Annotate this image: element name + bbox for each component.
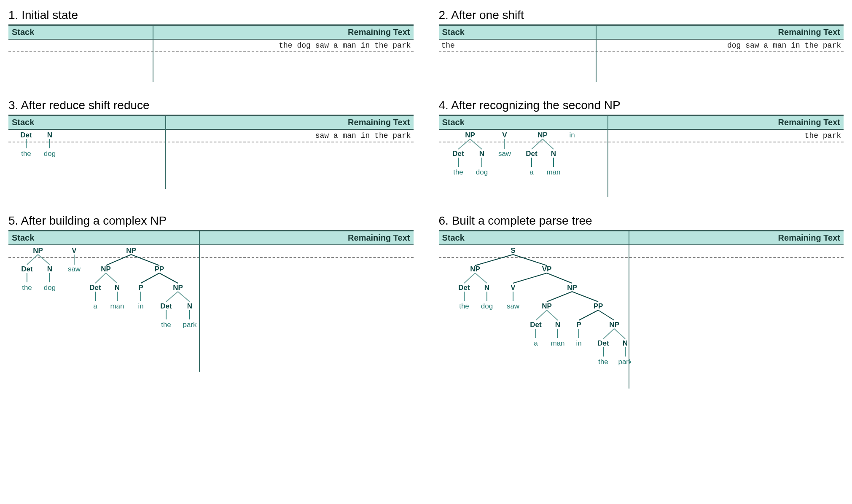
svg-text:V: V — [72, 247, 77, 255]
svg-text:NP: NP — [538, 131, 548, 139]
svg-line-60 — [178, 292, 190, 302]
svg-line-71 — [464, 273, 475, 283]
svg-line-20 — [543, 139, 554, 149]
state-table: StackRemaining TextNPDetNthedogVsawNPNPD… — [8, 230, 414, 372]
svg-line-104 — [603, 329, 614, 339]
svg-text:man: man — [110, 302, 124, 310]
header-stack: Stack — [439, 26, 596, 39]
svg-text:a: a — [93, 302, 97, 310]
panel-1: 1. Initial stateStackRemaining Textthe d… — [8, 8, 414, 82]
svg-text:Det: Det — [458, 284, 470, 292]
state-table: StackRemaining Textthe parkNPDetNthedogV… — [439, 115, 844, 197]
svg-text:NP: NP — [470, 265, 480, 273]
panel-title: 1. Initial state — [8, 8, 414, 22]
svg-text:NP: NP — [567, 284, 577, 292]
panel-2: 2. After one shiftStackRemaining Textdog… — [439, 8, 844, 82]
svg-line-7 — [458, 139, 470, 149]
svg-text:N: N — [551, 150, 556, 158]
remaining-text: the dog saw a man in the park — [279, 41, 411, 50]
remaining-text: dog saw a man in the park — [727, 41, 841, 50]
svg-text:in: in — [138, 302, 143, 310]
column-divider — [596, 26, 597, 82]
svg-text:N: N — [484, 284, 489, 292]
column-divider — [629, 231, 629, 389]
svg-line-59 — [166, 292, 178, 302]
state-table: StackRemaining TextSNPDetNthedogVPVsawNP… — [439, 230, 844, 389]
svg-line-86 — [547, 292, 572, 302]
svg-line-99 — [598, 310, 614, 320]
svg-text:park: park — [183, 321, 197, 329]
panel-title: 6. Built a complete parse tree — [439, 214, 844, 228]
svg-line-42 — [131, 255, 159, 265]
svg-text:dog: dog — [481, 302, 492, 310]
svg-text:dog: dog — [44, 284, 56, 292]
header-remaining: Remaining Text — [153, 26, 414, 39]
svg-text:saw: saw — [506, 302, 519, 310]
svg-line-69 — [513, 255, 547, 265]
parse-tree: NPDetNthedogVsawNPDetNamanin — [439, 130, 844, 193]
svg-line-89 — [536, 310, 547, 320]
stack-text: the — [441, 41, 455, 50]
header-remaining: Remaining Text — [607, 116, 844, 129]
svg-text:N: N — [555, 321, 560, 329]
svg-line-105 — [614, 329, 625, 339]
header-remaining: Remaining Text — [629, 231, 844, 244]
svg-text:dog: dog — [44, 150, 56, 158]
parse-tree: SNPDetNthedogVPVsawNPNPDetNamanPPPinNPDe… — [439, 245, 844, 384]
svg-text:in: in — [576, 339, 581, 347]
svg-line-87 — [572, 292, 598, 302]
header-stack: Stack — [8, 26, 153, 39]
svg-text:NP: NP — [126, 247, 136, 255]
svg-line-53 — [141, 273, 159, 283]
svg-text:V: V — [511, 284, 516, 292]
header-stack: Stack — [8, 231, 199, 244]
svg-line-81 — [547, 273, 572, 283]
header-remaining: Remaining Text — [596, 26, 844, 39]
svg-text:the: the — [22, 284, 32, 292]
state-table: StackRemaining Textdog saw a man in the … — [439, 24, 844, 82]
panel-title: 4. After recognizing the second NP — [439, 99, 844, 112]
svg-text:NP: NP — [33, 247, 43, 255]
column-divider — [165, 116, 166, 189]
svg-text:N: N — [47, 131, 52, 139]
svg-text:P: P — [576, 321, 581, 329]
panel-title: 5. After building a complex NP — [8, 214, 414, 228]
svg-line-54 — [159, 273, 178, 283]
panel-5: 5. After building a complex NPStackRemai… — [8, 214, 414, 389]
svg-text:the: the — [161, 321, 171, 329]
svg-text:NP: NP — [173, 284, 183, 292]
svg-text:V: V — [502, 131, 507, 139]
header-stack: Stack — [439, 116, 607, 129]
svg-line-29 — [27, 255, 38, 265]
parse-tree: DetNthedog — [8, 130, 414, 176]
svg-text:Det: Det — [160, 302, 172, 310]
header-stack: Stack — [439, 231, 629, 244]
svg-line-41 — [106, 255, 131, 265]
svg-text:Det: Det — [452, 150, 464, 158]
svg-text:the: the — [21, 150, 31, 158]
svg-line-72 — [475, 273, 487, 283]
svg-line-80 — [513, 273, 547, 283]
svg-text:P: P — [138, 284, 143, 292]
svg-line-30 — [38, 255, 50, 265]
parse-tree: NPDetNthedogVsawNPNPDetNamanPPPinNPDetNt… — [8, 245, 414, 367]
svg-line-8 — [470, 139, 482, 149]
svg-line-98 — [579, 310, 598, 320]
svg-text:saw: saw — [498, 150, 511, 158]
svg-text:S: S — [511, 247, 515, 255]
svg-text:Det: Det — [597, 339, 609, 347]
panel-title: 3. After reduce shift reduce — [8, 99, 414, 112]
svg-text:a: a — [534, 339, 538, 347]
svg-text:N: N — [47, 265, 52, 273]
svg-text:N: N — [187, 302, 192, 310]
svg-text:a: a — [529, 168, 534, 176]
svg-text:PP: PP — [593, 302, 603, 310]
header-stack: Stack — [8, 116, 165, 129]
svg-text:Det: Det — [21, 265, 33, 273]
svg-text:NP: NP — [465, 131, 475, 139]
svg-text:NP: NP — [101, 265, 111, 273]
svg-line-90 — [547, 310, 558, 320]
header-remaining: Remaining Text — [199, 231, 414, 244]
state-table: StackRemaining Textsaw a man in the park… — [8, 115, 414, 189]
svg-text:the: the — [459, 302, 469, 310]
